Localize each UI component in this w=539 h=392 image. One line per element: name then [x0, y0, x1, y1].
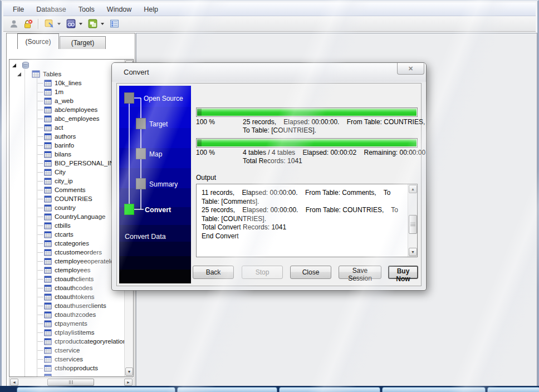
expand-arrow-icon[interactable]: [17, 72, 21, 76]
taskbar-button[interactable]: [177, 387, 277, 392]
output-box: 11 records, Elapsed: 00:00:00. From Tabl…: [196, 184, 418, 257]
tree-item[interactable]: COUNTRIES: [9, 194, 125, 203]
tree-item[interactable]: authors: [9, 132, 125, 141]
details-list-icon-glyph: [109, 18, 120, 29]
window-layout-dropdown-icon[interactable]: [101, 23, 104, 25]
scroll-down-icon[interactable]: ▼: [409, 248, 417, 256]
tree-item[interactable]: ctoauthclients: [9, 275, 125, 283]
tree-connector-stub: [37, 145, 43, 146]
tree-item[interactable]: ctservice: [9, 346, 125, 355]
user-icon[interactable]: [8, 18, 20, 30]
table-icon: [44, 249, 52, 256]
tree-item[interactable]: act: [9, 123, 125, 132]
details-list-icon[interactable]: [108, 18, 120, 30]
tree-item[interactable]: abc_employees: [9, 114, 125, 123]
tree-item[interactable]: 10k_lines: [9, 79, 125, 87]
back-button[interactable]: Back: [193, 266, 234, 279]
scroll-left-icon[interactable]: ◄: [10, 379, 18, 386]
taskbar-button[interactable]: [487, 387, 539, 392]
tree-item[interactable]: ctoauthzcodes: [9, 310, 125, 319]
expand-arrow-icon[interactable]: [12, 63, 16, 67]
open-datasource-icon[interactable]: [43, 18, 55, 30]
tree-item[interactable]: ctemployees: [9, 266, 125, 275]
tree-item[interactable]: barinfo: [9, 141, 125, 150]
table-icon: [44, 285, 52, 292]
taskbar-button[interactable]: [279, 387, 380, 392]
menu-item-help[interactable]: Help: [138, 4, 164, 15]
tree-item[interactable]: ctbills: [9, 221, 125, 230]
table-icon: [44, 106, 52, 114]
tree-item-database-root[interactable]: [9, 61, 125, 70]
menu-item-tools[interactable]: Tools: [72, 4, 101, 15]
tree-item[interactable]: BIO_PERSONAL_INF: [9, 159, 125, 168]
tab-target[interactable]: (Target): [60, 36, 106, 49]
tree-item[interactable]: ctemployeeoperatelog: [9, 257, 125, 266]
taskbar-button[interactable]: [382, 387, 486, 392]
table-icon: [44, 320, 52, 327]
tree-item[interactable]: ctoauthuserclients: [9, 301, 125, 310]
tree-item[interactable]: abc/employees: [9, 105, 125, 114]
tree-connector-stub: [37, 208, 43, 208]
tree-item[interactable]: ctoauthcodes: [9, 283, 125, 292]
close-button[interactable]: ✕: [397, 63, 424, 75]
output-scrollbar[interactable]: ▲ ▼: [408, 184, 417, 257]
tree-item[interactable]: ctcustomeorders: [9, 248, 125, 257]
progress-detail-line: To Table: [COUNTRIES].: [243, 126, 425, 135]
browse-view-icon[interactable]: [65, 18, 77, 30]
stop-button[interactable]: Stop: [242, 266, 283, 279]
tree-connector-stub: [37, 324, 43, 324]
tree-item[interactable]: ctshopproducts: [9, 364, 125, 373]
tree-item[interactable]: CountryLanguage: [9, 212, 125, 221]
tree-hscroll-thumb[interactable]: [47, 379, 94, 386]
tree-item[interactable]: ctcarts: [9, 230, 125, 239]
tree-item[interactable]: City: [9, 168, 125, 177]
tree-item[interactable]: ctoauthtokens: [9, 292, 125, 301]
dialog-progress-area: 100 % 25 records, Elapsed: 00:00:00. Fro…: [195, 86, 420, 263]
tree-item[interactable]: country: [9, 203, 125, 212]
save-session-button[interactable]: Save Session: [339, 266, 381, 279]
tree-item-partial[interactable]: [9, 373, 125, 376]
output-scroll-thumb[interactable]: [409, 215, 417, 234]
menu-item-file[interactable]: File: [7, 4, 30, 15]
close-button[interactable]: Close: [290, 266, 331, 279]
tree-item-label: act: [55, 124, 63, 131]
tree-item-label: ctbills: [55, 222, 71, 229]
tree-connector-stub: [37, 163, 43, 164]
taskbar[interactable]: [0, 386, 539, 392]
tree-item[interactable]: ctproductcategoryrelation: [9, 337, 125, 346]
tree-item-tables[interactable]: Tables: [9, 70, 125, 79]
taskbar-button[interactable]: [17, 387, 175, 392]
tree-item[interactable]: ctcategories: [9, 239, 125, 248]
dialog-title-bar[interactable]: Convert: [112, 63, 426, 82]
open-datasource-dropdown-icon[interactable]: [57, 23, 61, 25]
scroll-down-icon[interactable]: ▼: [125, 367, 133, 376]
table-icon: [44, 133, 52, 140]
tree-item[interactable]: ctservices: [9, 355, 125, 364]
tree-connector-stub: [37, 136, 43, 137]
record-progress-bar: [196, 107, 418, 117]
wizard-step-indicator-target: [136, 118, 146, 129]
wizard-step-label: Convert: [145, 206, 171, 214]
tree-item[interactable]: ctpayments: [9, 319, 125, 328]
window-layout-icon[interactable]: [86, 18, 99, 30]
scroll-up-icon[interactable]: ▲: [409, 185, 417, 193]
tree-item[interactable]: 1m: [9, 87, 125, 96]
tab-source[interactable]: (Source): [17, 33, 59, 49]
menu-item-window[interactable]: Window: [101, 4, 138, 15]
tree-item[interactable]: city_ip: [9, 177, 125, 185]
tree-item[interactable]: a_web: [9, 96, 125, 105]
screen: FileDatabaseToolsWindowHelp: [0, 0, 539, 392]
lock-permissions-icon[interactable]: [22, 18, 34, 30]
browse-view-dropdown-icon[interactable]: [79, 23, 82, 25]
tree-item[interactable]: bilans: [9, 150, 125, 159]
tree-item[interactable]: ctplaylistitems: [9, 328, 125, 337]
tree-item[interactable]: Comments: [9, 185, 125, 194]
table-icon: [44, 356, 52, 363]
menu-item-database[interactable]: Database: [30, 4, 72, 15]
overall-progress-fill: [197, 139, 416, 146]
scroll-right-icon[interactable]: ►: [124, 379, 133, 386]
table-icon: [44, 231, 52, 238]
tree-item-label: Comments: [55, 187, 86, 193]
buy-now-button[interactable]: Buy Now: [388, 266, 418, 279]
scroll-grip: [410, 223, 415, 227]
